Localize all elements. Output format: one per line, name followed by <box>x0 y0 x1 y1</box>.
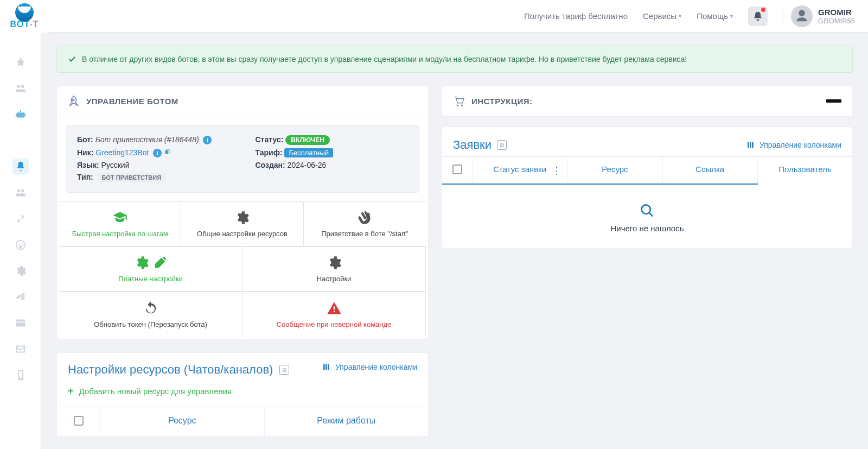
sidebar-item-tools[interactable] <box>12 289 29 305</box>
th-user[interactable]: Пользователь <box>758 157 852 185</box>
info-icon[interactable]: i <box>153 149 162 157</box>
sidebar-item-launch[interactable] <box>12 159 29 175</box>
refresh-icon <box>143 301 158 316</box>
avatar[interactable] <box>791 5 813 27</box>
manage-columns-button[interactable]: Управление колонками <box>322 363 417 371</box>
card-title: УПРАВЛЕНИЕ БОТОМ <box>86 97 178 106</box>
link-free-tariff[interactable]: Получить тариф бесплатно <box>524 11 628 21</box>
bot-type: БОТ ПРИВЕТСТВИЯ <box>98 173 166 182</box>
sidebar-item-device[interactable] <box>12 367 29 383</box>
chevron-down-icon: ▾ <box>730 13 733 19</box>
th-checkbox[interactable] <box>57 407 100 437</box>
content: В отличие от других видов ботов, в этом … <box>41 33 868 449</box>
tiles-row2: Платные настройки Настройки <box>59 246 426 292</box>
orders-card: Заявки ⊞ Управление колонками Статус зая… <box>442 127 853 249</box>
warning-icon <box>327 301 342 316</box>
copy-icon[interactable] <box>164 148 171 155</box>
sidebar-item-smile[interactable] <box>12 237 29 253</box>
bot-control-card: УПРАВЛЕНИЕ БОТОМ Бот: Бот приветствия (#… <box>56 86 429 339</box>
th-checkbox[interactable] <box>442 157 473 184</box>
tile-common-resources[interactable]: Общие настройки ресурсов <box>181 202 303 246</box>
columns-icon <box>322 363 331 371</box>
rocket-icon <box>68 95 80 107</box>
resources-title: Настройки ресурсов (Чатов/каналов) ⊞ <box>68 363 289 377</box>
orders-title: Заявки ⊞ <box>453 138 507 152</box>
th-resource[interactable]: Ресурс <box>100 407 265 437</box>
resources-card: Настройки ресурсов (Чатов/каналов) ⊞ Упр… <box>56 352 429 438</box>
status-pill: ВКЛЮЧЕН <box>285 135 330 145</box>
tile-settings[interactable]: Настройки <box>242 247 426 292</box>
tariff-pill: Бесплатный <box>284 148 333 157</box>
sidebar-item-card[interactable] <box>12 315 29 331</box>
grid-icon[interactable]: ⊞ <box>279 365 289 375</box>
bot-lang: Русский <box>101 161 130 169</box>
th-status[interactable]: Статус заявки⋮ <box>473 157 567 184</box>
sidebar-item-rocket[interactable] <box>12 54 29 71</box>
tile-quick-setup[interactable]: Быстрая настройка по шагам <box>59 202 181 246</box>
alert-text: В отличие от других видов ботов, в этом … <box>82 55 687 64</box>
notification-dot <box>761 8 765 12</box>
sidebar-item-mail[interactable] <box>12 341 29 357</box>
instructions-title: ИНСТРУКЦИЯ: <box>471 97 533 106</box>
resources-table-header: Ресурс Режим работы <box>57 407 428 437</box>
gear-icon <box>327 255 342 270</box>
pencil-ruler-icon <box>152 255 168 270</box>
search-icon <box>640 203 655 218</box>
sidebar-item-sync[interactable] <box>12 211 29 227</box>
gear-icon <box>234 210 250 225</box>
info-icon[interactable]: i <box>203 136 212 144</box>
tiles-row3: Обновить токен (Перезапуск бота) Сообщен… <box>59 292 426 337</box>
sidebar <box>0 33 41 449</box>
cart-icon <box>453 95 465 107</box>
user-username: GROMIR55 <box>818 17 855 25</box>
column-menu-icon[interactable]: ⋮ <box>552 165 561 176</box>
manage-columns-button[interactable]: Управление колонками <box>746 141 841 149</box>
th-mode[interactable]: Режим работы <box>265 407 429 437</box>
orders-table-header: Статус заявки⋮ Ресурс Ссылка Пользовател… <box>442 156 852 185</box>
tile-refresh-token[interactable]: Обновить токен (Перезапуск бота) <box>59 292 242 337</box>
tile-invalid-command[interactable]: Сообщение при неверной команде <box>242 292 426 337</box>
link-services[interactable]: Сервисы▾ <box>643 11 681 21</box>
svg-point-0 <box>642 205 650 214</box>
bot-info-box: Бот: Бот приветствия (#186448) i Ник: Gr… <box>66 125 419 193</box>
empty-text: Ничего не нашлось <box>610 224 684 233</box>
th-resource[interactable]: Ресурс <box>567 157 662 184</box>
empty-state: Ничего не нашлось <box>442 185 852 248</box>
tile-paid-settings[interactable]: Платные настройки <box>59 247 242 292</box>
check-icon <box>68 55 76 64</box>
link-help[interactable]: Помощь▾ <box>697 11 733 21</box>
alert-success: В отличие от других видов ботов, в этом … <box>56 46 853 73</box>
th-link[interactable]: Ссылка <box>663 157 758 184</box>
sidebar-item-users[interactable] <box>12 80 29 97</box>
bot-nick-link[interactable]: Greeting123Bot <box>95 148 149 157</box>
collapse-button[interactable] <box>826 99 841 103</box>
tiles-row1: Быстрая настройка по шагам Общие настрой… <box>59 201 426 246</box>
sidebar-item-bot[interactable] <box>12 106 29 123</box>
sidebar-item-users2[interactable] <box>12 185 29 201</box>
grid-icon[interactable]: ⊞ <box>497 140 507 150</box>
plus-icon: + <box>68 385 74 397</box>
user-name: GROMIR <box>818 8 855 17</box>
add-resource-button[interactable]: + Добавить новый ресурс для управления <box>57 381 428 407</box>
columns-icon <box>746 141 755 149</box>
tile-greeting-bot[interactable]: Приветствие в боте "/start" <box>304 202 426 246</box>
instructions-card: ИНСТРУКЦИЯ: <box>442 86 853 117</box>
sidebar-item-gear[interactable] <box>12 263 29 279</box>
bot-name: Бот приветствия (#186448) <box>95 135 199 144</box>
gear-icon <box>134 255 149 270</box>
graduation-icon <box>112 210 127 225</box>
bot-created: 2024-06-26 <box>288 161 327 169</box>
top-bar: BOT-T Получить тариф бесплатно Сервисы▾ … <box>0 0 868 33</box>
user-meta[interactable]: GROMIR GROMIR55 <box>818 8 855 25</box>
chevron-down-icon: ▾ <box>679 13 681 19</box>
notifications-button[interactable] <box>748 7 768 26</box>
logo[interactable]: BOT-T <box>0 0 49 33</box>
wave-icon <box>357 210 372 225</box>
person-icon <box>794 9 809 24</box>
bell-icon <box>752 11 763 22</box>
